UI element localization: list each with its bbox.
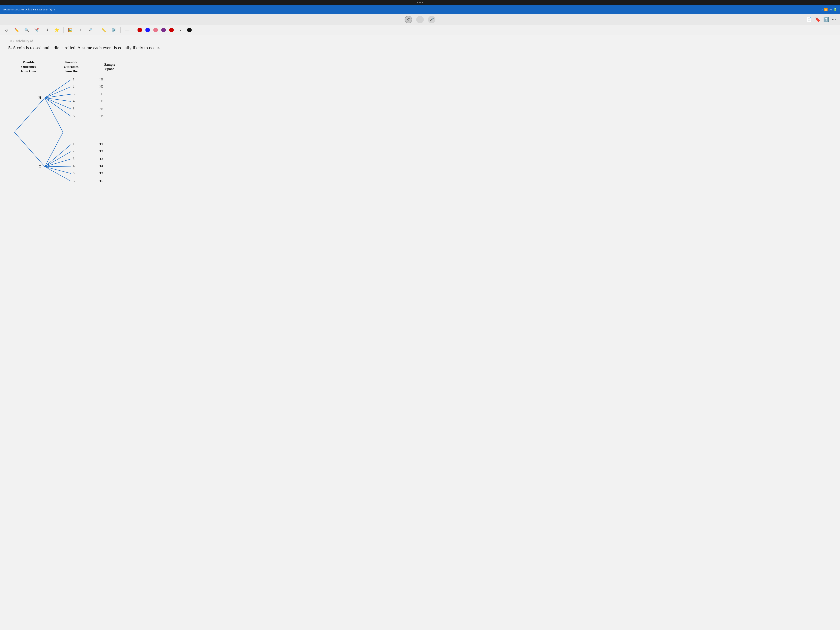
col-header-sample-line1: Sample (104, 63, 115, 66)
toolbar-right: 📄 🔖 ⬆️ ••• (806, 17, 836, 22)
die-h2: 2 (73, 84, 74, 88)
tab-title: Exam 4 5 MAT108 Online Summer 2024 (1) ∨ (3, 8, 820, 11)
dropdown-chevron[interactable]: ∨ (54, 8, 55, 11)
image-tool[interactable]: 🖼️ (67, 27, 74, 33)
die-t1: 1 (73, 142, 74, 146)
color-red[interactable] (137, 28, 142, 32)
t-node-label: T (39, 164, 41, 169)
tab-bar: Exam 4 5 MAT108 Online Summer 2024 (1) ∨… (0, 5, 840, 14)
tree-diagram-container: Possible Outcomes from Coin Possible Out… (8, 57, 832, 204)
lasso-tool[interactable]: ◇ (3, 27, 10, 33)
annotate-button[interactable] (404, 16, 412, 23)
undo-tool[interactable]: ↺ (43, 27, 50, 33)
sample-t2: T2 (99, 149, 103, 153)
text-tool[interactable]: T (77, 27, 84, 33)
problem-number: 5. (8, 45, 12, 50)
toolbar-center: 🎤 (404, 16, 436, 23)
color-pink[interactable] (153, 28, 158, 32)
col-header-die-line3: from Die (65, 69, 78, 73)
tree-diagram-svg: Possible Outcomes from Coin Possible Out… (8, 57, 154, 203)
die-h1: 1 (73, 77, 74, 81)
die-h5: 5 (73, 106, 74, 111)
search-tool[interactable]: 🔍 (23, 27, 30, 33)
problem-text-body: A coin is tossed and a die is rolled. As… (13, 45, 160, 50)
color-black[interactable] (187, 28, 192, 32)
t-to-6 (45, 167, 71, 181)
three-dots-indicator (417, 2, 423, 3)
star-tool[interactable]: ⭐ (53, 27, 60, 33)
svg-rect-0 (418, 18, 422, 21)
more-button[interactable]: ••• (832, 17, 836, 22)
pen-tool[interactable]: ✏️ (13, 27, 20, 33)
keyboard-button[interactable] (416, 16, 424, 23)
search-tool-2[interactable]: 🔎 (87, 27, 93, 33)
add-page-button[interactable]: 📄 (806, 17, 812, 22)
die-t3: 3 (73, 156, 74, 161)
sample-t4: T4 (99, 164, 103, 168)
bookmark-button[interactable]: 🔖 (815, 17, 820, 22)
color-blue[interactable] (145, 28, 150, 32)
sample-h3: H3 (99, 92, 104, 96)
previous-problem-partial: 10.) Probability of... (8, 39, 832, 43)
die-h4: 4 (73, 99, 74, 103)
problem-statement: 5. A coin is tossed and a die is rolled.… (8, 44, 832, 51)
sample-t3: T3 (99, 157, 103, 160)
toolbar-separator-2 (97, 27, 97, 33)
t-to-4 (45, 166, 71, 167)
color-purple[interactable] (161, 28, 166, 32)
wifi-icon: 📶 (824, 8, 828, 11)
col-header-sample-line2: Space (105, 67, 114, 71)
sample-h2: H2 (99, 85, 104, 88)
line-tool[interactable]: — (124, 27, 131, 33)
diamond-left-bottom (14, 132, 45, 167)
settings-tool[interactable]: ⚙️ (111, 27, 117, 33)
sample-t1: T1 (99, 142, 103, 146)
col-header-coin-line2: Outcomes (21, 65, 36, 69)
toolbar: 🎤 📄 🔖 ⬆️ ••• (0, 14, 840, 25)
die-t5: 5 (73, 171, 74, 175)
die-h3: 3 (73, 92, 74, 96)
annotation-toolbar: ◇ ✏️ 🔍 ✂️ ↺ ⭐ 🖼️ T 🔎 📏 ⚙️ — ∨ (0, 25, 840, 35)
cut-tool[interactable]: ✂️ (33, 27, 40, 33)
sample-t5: T5 (99, 172, 103, 175)
color-expand[interactable]: ∨ (177, 27, 184, 33)
sample-h1: H1 (99, 77, 104, 81)
battery-icon: 🔋 (834, 8, 837, 11)
toolbar-separator-3 (120, 27, 121, 33)
sample-t6: T6 (99, 179, 103, 183)
system-bar-right: 📶 9% 🔋 (824, 8, 837, 11)
color-red-2[interactable] (169, 28, 174, 32)
t-to-1 (45, 144, 71, 167)
t-to-5 (45, 167, 71, 174)
die-t6: 6 (73, 179, 74, 183)
sample-h6: H6 (99, 114, 104, 118)
die-t2: 2 (73, 149, 74, 153)
sample-h4: H4 (99, 99, 104, 103)
sample-h5: H5 (99, 107, 104, 111)
tab-title-text: Exam 4 5 MAT108 Online Summer 2024 (1) (3, 8, 52, 11)
tab-close-button[interactable]: ✕ (820, 8, 824, 12)
ruler-tool[interactable]: 📏 (100, 27, 107, 33)
die-t4: 4 (73, 164, 74, 168)
screen: Exam 4 5 MAT108 Online Summer 2024 (1) ∨… (0, 0, 840, 630)
col-header-die-line1: Possible (65, 60, 77, 64)
die-h6: 6 (73, 114, 74, 118)
microphone-button[interactable]: 🎤 (428, 16, 436, 23)
h-to-1 (45, 80, 71, 98)
t-to-3 (45, 159, 71, 167)
share-button[interactable]: ⬆️ (823, 17, 829, 22)
diamond-left-top (14, 98, 45, 132)
diamond-top-right (45, 98, 63, 132)
main-content: 10.) Probability of... 5. A coin is toss… (0, 35, 840, 630)
h-node-label: H (38, 95, 41, 99)
col-header-coin-line3: from Coin (21, 69, 36, 73)
col-header-die-line2: Outcomes (64, 65, 79, 69)
battery-percent: 9% (829, 8, 832, 11)
col-header-coin-line1: Possible (23, 60, 35, 64)
